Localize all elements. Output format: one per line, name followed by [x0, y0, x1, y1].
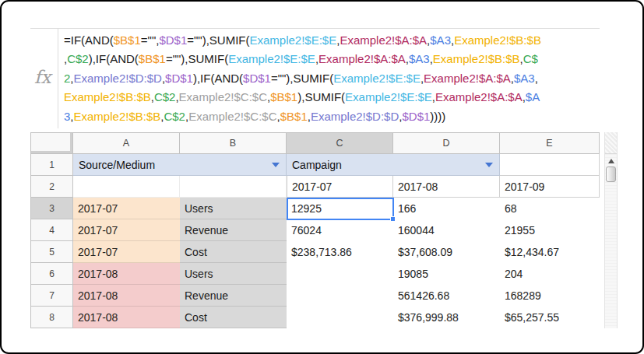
cell-E7[interactable]: 168289	[500, 285, 600, 307]
cell-C3[interactable]: 12925	[287, 198, 393, 219]
cell-D7[interactable]: 561426.68	[393, 285, 500, 307]
spreadsheet-window: fx =IF(AND($B$1="",$D$1=""),SUMIF(Exampl…	[0, 0, 644, 354]
cell-filter-source-medium[interactable]: Source/Medium	[73, 154, 287, 176]
cell-E4[interactable]: 21955	[500, 219, 600, 241]
formula-token: $D$1	[165, 72, 193, 85]
formula-token: Example2!$B:$B	[433, 52, 520, 65]
scrollbar-thumb[interactable]	[606, 166, 616, 182]
formula-token: =IF(AND(	[64, 33, 114, 47]
cell-C5[interactable]: $238,713.86	[287, 241, 393, 263]
cell-A6[interactable]: 2017-08	[73, 263, 180, 285]
filter-dropdown-icon[interactable]	[485, 163, 493, 167]
formula-token: $B$1	[139, 52, 166, 65]
formula-token: ),SUMIF(	[297, 90, 345, 103]
formula-token: $D$1	[402, 110, 430, 123]
column-header-d[interactable]: D	[393, 132, 500, 154]
row-header-6[interactable]: 6	[30, 263, 73, 285]
fill-handle[interactable]	[390, 216, 396, 222]
cell-E8[interactable]: $65,257.55	[500, 307, 600, 328]
cell-E3[interactable]: 68	[500, 198, 600, 219]
cell-A4[interactable]: 2017-07	[73, 219, 180, 241]
formula-token: Example2!$C:$C	[179, 90, 267, 103]
row-header-1[interactable]: 1	[30, 154, 73, 176]
formula-token: ="",	[141, 33, 160, 47]
column-header-c[interactable]: C	[287, 132, 393, 154]
formula-bar-divider	[58, 28, 58, 128]
cell-D4[interactable]: 160044	[393, 219, 500, 241]
cell-B4[interactable]: Revenue	[180, 219, 287, 241]
formula-token: Example2!$E:$E	[249, 33, 336, 47]
cell-filter-campaign[interactable]: Campaign	[287, 154, 500, 176]
cell-A8[interactable]: 2017-08	[73, 307, 180, 328]
row-header-3[interactable]: 3	[30, 198, 73, 219]
formula-token: =""),SUMIF(	[187, 33, 249, 47]
cell-C6[interactable]	[287, 263, 393, 285]
formula-token: =""),SUMIF(	[271, 72, 333, 85]
column-header-e[interactable]: E	[500, 132, 600, 154]
formula-token: Example2!$B:$B	[74, 110, 161, 123]
row-header-8[interactable]: 8	[30, 307, 73, 328]
filter-label: Source/Medium	[79, 159, 155, 171]
formula-token: $A	[526, 90, 540, 103]
cell-C8[interactable]	[287, 307, 393, 328]
cell-D5[interactable]: $37,608.09	[393, 241, 500, 263]
cell-D8[interactable]: $376,999.88	[393, 307, 500, 328]
formula-token: Example2!$A:$A	[435, 90, 523, 103]
formula-input[interactable]: =IF(AND($B$1="",$D$1=""),SUMIF(Example2!…	[64, 31, 601, 128]
formula-token: Example2!$A:$A	[424, 72, 511, 85]
formula-token: $B$1	[280, 110, 308, 123]
cell-C4[interactable]: 76024	[287, 219, 393, 241]
cell-D3[interactable]: 166	[393, 198, 500, 219]
select-all-corner[interactable]	[30, 132, 73, 154]
cell-E5[interactable]: $12,434.67	[500, 241, 600, 263]
cell-B8[interactable]: Cost	[180, 307, 287, 328]
cell-B6[interactable]: Users	[180, 263, 287, 285]
formula-token: Example2!$B:$B	[64, 90, 151, 103]
formula-token: Example2!$E:$E	[333, 72, 421, 85]
vertical-scrollbar[interactable]	[604, 132, 618, 328]
row-header-2[interactable]: 2	[30, 176, 73, 198]
formula-token: $A3	[409, 52, 430, 65]
cell-C7[interactable]	[287, 285, 393, 307]
cell-D6[interactable]: 19085	[393, 263, 500, 285]
cell-D2[interactable]: 2017-08	[393, 176, 500, 198]
cell-E1[interactable]	[500, 154, 600, 176]
formula-token: Example2!$D:$D	[311, 110, 399, 123]
formula-token: C$	[523, 52, 538, 65]
formula-token: C$2	[67, 52, 89, 65]
formula-bar-top-border	[30, 28, 600, 29]
formula-line-5: 3,Example2!$B:$B,C$2,Example2!$C:$C,$B$1…	[64, 107, 601, 126]
row-header-4[interactable]: 4	[30, 219, 73, 241]
column-header-b[interactable]: B	[180, 132, 287, 154]
formula-token: $D$1	[159, 33, 187, 47]
cell-B3[interactable]: Users	[180, 198, 287, 219]
formula-token: Example2!$C:$C	[188, 110, 276, 123]
formula-token: ,	[535, 72, 538, 85]
formula-token: ),IF(AND(	[89, 52, 139, 65]
cell-B7[interactable]: Revenue	[180, 285, 287, 307]
formula-token: ),IF(AND(	[193, 72, 243, 85]
cell-A3[interactable]: 2017-07	[73, 198, 180, 219]
formula-token: Example2!$A:$A	[318, 52, 406, 65]
scroll-up-arrow-icon[interactable]	[608, 159, 614, 163]
formula-token: $A3	[430, 33, 451, 47]
cell-B5[interactable]: Cost	[180, 241, 287, 263]
row-header-5[interactable]: 5	[30, 241, 73, 263]
formula-token: C$2	[164, 110, 185, 123]
filter-dropdown-icon[interactable]	[272, 163, 280, 167]
cell-B2[interactable]	[180, 176, 287, 198]
cell-A2[interactable]	[73, 176, 180, 198]
cell-A5[interactable]: 2017-07	[73, 241, 180, 263]
column-header-a[interactable]: A	[73, 132, 180, 154]
filter-label: Campaign	[292, 159, 342, 171]
formula-token: Example2!$E:$E	[345, 90, 432, 103]
cell-A7[interactable]: 2017-08	[73, 285, 180, 307]
formula-token: $D$1	[243, 72, 271, 85]
cell-E6[interactable]: 204	[500, 263, 600, 285]
formula-token: Example2!$A:$A	[340, 33, 427, 47]
cell-E2[interactable]: 2017-09	[500, 176, 600, 198]
cell-C2[interactable]: 2017-07	[287, 176, 393, 198]
formula-token: $B$1	[270, 90, 297, 103]
formula-token: ))))	[430, 110, 445, 123]
row-header-7[interactable]: 7	[30, 285, 73, 307]
